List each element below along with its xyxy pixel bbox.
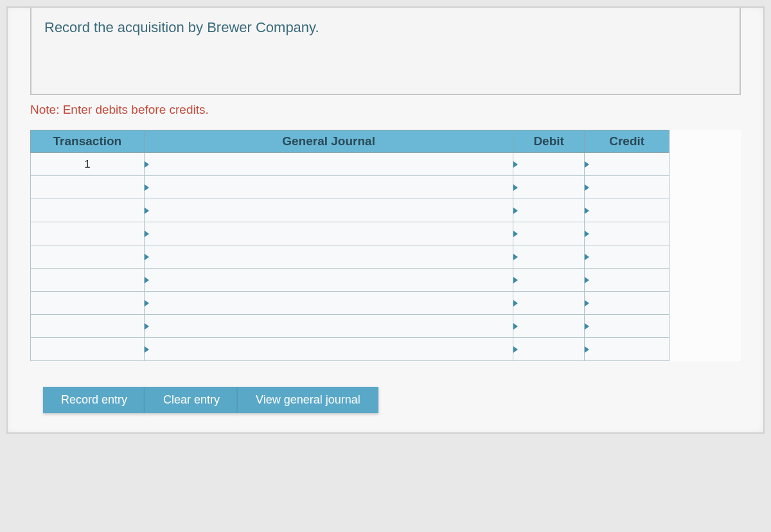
- record-entry-button[interactable]: Record entry: [43, 387, 145, 413]
- cell-debit[interactable]: [513, 153, 585, 176]
- table-row: [31, 222, 741, 245]
- cell-journal[interactable]: [144, 245, 513, 269]
- cell-debit[interactable]: [513, 269, 585, 292]
- cell-journal[interactable]: [144, 153, 513, 176]
- cell-journal[interactable]: [144, 315, 513, 338]
- table-row: [31, 315, 741, 338]
- cell-transaction: 1: [31, 153, 145, 176]
- cell-debit[interactable]: [513, 199, 585, 222]
- cell-debit[interactable]: [513, 222, 585, 245]
- instruction-box: Record the acquisition by Brewer Company…: [30, 8, 741, 95]
- cell-journal[interactable]: [144, 199, 513, 222]
- table-row: 1: [31, 153, 741, 176]
- cell-credit[interactable]: [584, 315, 669, 338]
- cell-credit[interactable]: [584, 199, 669, 222]
- cell-journal[interactable]: [144, 292, 513, 315]
- view-general-journal-button[interactable]: View general journal: [238, 387, 378, 413]
- note-text: Note: Enter debits before credits.: [30, 103, 741, 117]
- cell-blank: [669, 269, 741, 292]
- cell-credit[interactable]: [584, 338, 669, 361]
- cell-blank: [669, 222, 741, 245]
- cell-blank: [669, 292, 741, 315]
- table-row: [31, 245, 741, 269]
- cell-transaction: [31, 315, 145, 338]
- cell-debit[interactable]: [513, 245, 585, 269]
- cell-credit[interactable]: [584, 176, 669, 199]
- cell-journal[interactable]: [144, 269, 513, 292]
- cell-transaction: [31, 222, 145, 245]
- cell-journal[interactable]: [144, 338, 513, 361]
- journal-tbody: 1: [31, 153, 741, 361]
- header-credit: Credit: [584, 130, 669, 153]
- cell-blank: [669, 199, 741, 222]
- form-container: Record the acquisition by Brewer Company…: [6, 6, 765, 434]
- cell-journal[interactable]: [144, 176, 513, 199]
- header-blank: [669, 130, 741, 153]
- table-header-row: Transaction General Journal Debit Credit: [31, 130, 741, 153]
- header-general-journal: General Journal: [144, 130, 513, 153]
- journal-table: Transaction General Journal Debit Credit…: [30, 130, 741, 361]
- cell-journal[interactable]: [144, 222, 513, 245]
- cell-blank: [669, 153, 741, 176]
- cell-debit[interactable]: [513, 292, 585, 315]
- cell-debit[interactable]: [513, 315, 585, 338]
- cell-transaction: [31, 338, 145, 361]
- header-debit: Debit: [513, 130, 585, 153]
- cell-credit[interactable]: [584, 269, 669, 292]
- instruction-text: Record the acquisition by Brewer Company…: [44, 19, 727, 36]
- cell-blank: [669, 315, 741, 338]
- table-row: [31, 338, 741, 361]
- cell-debit[interactable]: [513, 338, 585, 361]
- cell-debit[interactable]: [513, 176, 585, 199]
- cell-blank: [669, 338, 741, 361]
- cell-transaction: [31, 176, 145, 199]
- cell-blank: [669, 176, 741, 199]
- cell-transaction: [31, 245, 145, 269]
- buttons-row: Record entry Clear entry View general jo…: [30, 387, 741, 413]
- cell-credit[interactable]: [584, 245, 669, 269]
- clear-entry-button[interactable]: Clear entry: [145, 387, 238, 413]
- header-transaction: Transaction: [31, 130, 145, 153]
- cell-blank: [669, 245, 741, 269]
- cell-transaction: [31, 269, 145, 292]
- cell-credit[interactable]: [584, 222, 669, 245]
- cell-transaction: [31, 292, 145, 315]
- table-row: [31, 269, 741, 292]
- cell-credit[interactable]: [584, 153, 669, 176]
- cell-transaction: [31, 199, 145, 222]
- table-row: [31, 292, 741, 315]
- table-row: [31, 176, 741, 199]
- cell-credit[interactable]: [584, 292, 669, 315]
- table-row: [31, 199, 741, 222]
